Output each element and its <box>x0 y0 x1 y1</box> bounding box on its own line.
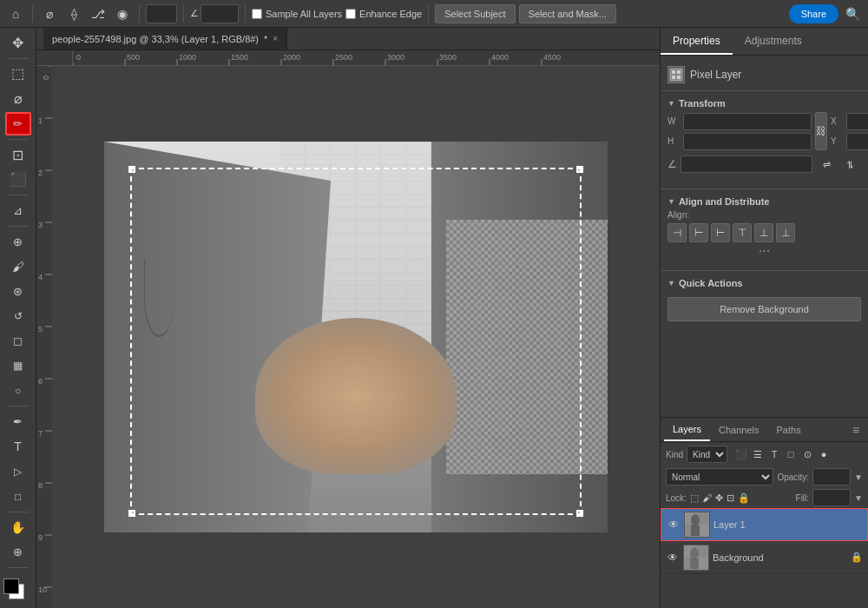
selection-handle-br[interactable] <box>576 510 583 517</box>
layer-filter-shape-icon[interactable]: □ <box>784 447 798 461</box>
crop-tool[interactable]: ⊡ <box>5 143 31 167</box>
move-tool[interactable]: ✥ <box>5 31 31 55</box>
layer-filter-text-icon[interactable]: T <box>767 447 781 461</box>
magnetic-lasso-btn[interactable]: ⎇ <box>88 3 108 24</box>
quick-select-tool[interactable]: ✏ <box>5 112 31 135</box>
quick-actions-header[interactable]: ▼ Quick Actions <box>667 274 861 292</box>
opacity-input[interactable]: 100% <box>812 468 851 486</box>
tab-channels[interactable]: Channels <box>710 418 767 441</box>
path-selection-tool[interactable]: ▷ <box>5 460 31 484</box>
kind-select[interactable]: Kind <box>687 446 727 463</box>
layer-filter-toggle[interactable]: ● <box>817 447 831 461</box>
more-options-button[interactable]: ··· <box>667 242 861 260</box>
align-bottom-edge-btn[interactable]: ⊥ <box>776 223 795 242</box>
aspect-lock-button[interactable]: ⛓ <box>815 112 827 150</box>
hand-tool[interactable]: ✋ <box>5 516 31 539</box>
tool-sep-4 <box>8 226 29 227</box>
layer-filter-adjustment-icon[interactable]: ☰ <box>751 447 765 461</box>
flip-v-button[interactable]: ⇌ <box>840 154 861 175</box>
gradient-tool[interactable]: ▦ <box>5 354 31 378</box>
selection-handle-bl[interactable] <box>128 510 135 517</box>
shape-tool[interactable]: □ <box>5 485 31 508</box>
align-right-edge-btn[interactable]: ⊢ <box>711 223 730 242</box>
tab-properties[interactable]: Properties <box>661 28 733 55</box>
align-left-edge-btn[interactable]: ⊣ <box>667 223 687 242</box>
lock-all-icon[interactable]: 🔒 <box>738 492 750 504</box>
text-tool[interactable]: T <box>5 435 31 459</box>
enhance-edge-label[interactable]: Enhance Edge <box>345 9 422 19</box>
background-visibility-icon[interactable]: 👁 <box>666 551 680 565</box>
h-ruler-svg: 0 500 1000 1500 2000 2500 3000 3500 <box>73 50 660 66</box>
brush-tool[interactable]: 🖌 <box>5 254 31 278</box>
eyedropper-tool[interactable]: ⊿ <box>5 199 31 222</box>
angle-input[interactable]: 0° <box>201 4 239 23</box>
flip-h-button[interactable]: ⇌ <box>816 154 837 175</box>
canvas-scroll[interactable] <box>52 66 660 608</box>
quick-select-btn[interactable]: ◉ <box>112 3 133 24</box>
healing-tool[interactable]: ⊕ <box>5 230 31 254</box>
width-input[interactable]: 4460 px <box>683 113 812 130</box>
align-top-edge-btn[interactable]: ⊤ <box>733 223 752 242</box>
svg-text:500: 500 <box>127 53 140 62</box>
search-button[interactable]: 🔍 <box>842 3 863 24</box>
height-input[interactable]: 2973 px <box>683 133 812 150</box>
select-subject-button[interactable]: Select Subject <box>435 4 515 23</box>
layer-row-layer1[interactable]: 👁 Layer 1 <box>661 508 868 541</box>
tool-size-input[interactable]: 7 <box>146 4 177 23</box>
xy-inputs: X 0 px Y 0 px <box>831 113 868 150</box>
lasso-tool[interactable]: ⌀ <box>5 87 31 110</box>
lock-image-pixels-icon[interactable]: 🖌 <box>702 492 712 503</box>
svg-text:6: 6 <box>38 377 43 386</box>
layers-menu-button[interactable]: ≡ <box>847 421 865 439</box>
fill-input[interactable]: 100% <box>812 489 851 506</box>
foreground-color-swatch[interactable] <box>3 578 19 594</box>
tab-close-button[interactable]: × <box>273 34 278 43</box>
layer1-visibility-icon[interactable]: 👁 <box>667 518 681 532</box>
lasso-tool-btn[interactable]: ⌀ <box>39 3 60 24</box>
align-v-center-btn[interactable]: ⊥ <box>754 223 773 242</box>
x-input[interactable]: 0 px <box>846 113 868 130</box>
layer-row-background[interactable]: 👁 Background 🔒 <box>661 541 868 574</box>
transform-header[interactable]: ▼ Transform <box>667 95 861 112</box>
home-button[interactable]: ⌂ <box>5 3 26 24</box>
align-header[interactable]: ▼ Align and Distribute <box>667 193 861 210</box>
sample-all-layers-checkbox[interactable] <box>252 9 262 19</box>
sample-all-layers-label[interactable]: Sample All Layers <box>252 9 342 19</box>
opacity-dropdown-icon[interactable]: ▼ <box>854 473 863 482</box>
share-button[interactable]: Share <box>789 4 838 23</box>
svg-text:2500: 2500 <box>335 53 352 62</box>
clone-tool[interactable]: ⊛ <box>5 280 31 303</box>
blend-row: Normal Opacity: 100% ▼ <box>661 466 868 487</box>
svg-text:10: 10 <box>38 585 47 594</box>
tab-adjustments[interactable]: Adjustments <box>733 28 814 55</box>
align-h-center-btn[interactable]: ⊢ <box>689 223 708 242</box>
selection-handle-tr[interactable] <box>576 166 583 173</box>
zoom-tool[interactable]: ⊕ <box>5 541 31 565</box>
lock-position-icon[interactable]: ✥ <box>715 492 723 504</box>
blend-mode-select[interactable]: Normal <box>666 468 773 486</box>
select-mask-button[interactable]: Select and Mask... <box>519 4 617 23</box>
eraser-tool[interactable]: ◻ <box>5 329 31 353</box>
angle-icon: ∠ <box>190 8 199 19</box>
enhance-edge-checkbox[interactable] <box>345 9 356 19</box>
angle-row: ∠ 0,00° ⇌ ⇌ <box>667 154 861 175</box>
tab-layers[interactable]: Layers <box>664 418 710 441</box>
selection-handle-tl[interactable] <box>128 166 135 173</box>
dodge-tool[interactable]: ○ <box>5 380 31 403</box>
lock-artboard-icon[interactable]: ⊡ <box>727 492 734 504</box>
layer-filter-pixel-icon[interactable]: ⬛ <box>734 447 748 461</box>
remove-background-button[interactable]: Remove Background <box>667 297 861 321</box>
polygonal-lasso-btn[interactable]: ⟠ <box>63 3 84 24</box>
tab-paths[interactable]: Paths <box>768 418 810 441</box>
history-brush-tool[interactable]: ↺ <box>5 305 31 328</box>
rotation-input[interactable]: 0,00° <box>681 155 812 173</box>
divider-1 <box>661 90 868 91</box>
frame-tool[interactable]: ⬛ <box>5 169 31 192</box>
pen-tool[interactable]: ✒ <box>5 410 31 433</box>
layer-filter-smart-icon[interactable]: ⊙ <box>800 447 814 461</box>
document-tab[interactable]: people-2557498.jpg @ 33,3% (Layer 1, RGB… <box>43 28 287 50</box>
marquee-tool[interactable]: ⬚ <box>5 63 31 86</box>
lock-transparent-pixels-icon[interactable]: ⬚ <box>690 492 699 504</box>
y-input[interactable]: 0 px <box>846 133 868 150</box>
fill-dropdown-icon[interactable]: ▼ <box>854 493 863 503</box>
